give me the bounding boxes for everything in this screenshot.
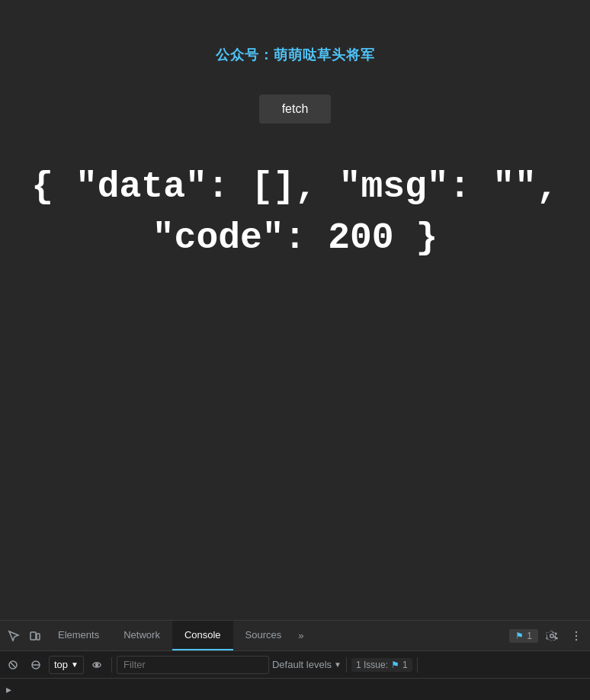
more-options-icon[interactable] <box>566 625 587 647</box>
json-line2: "code": 200 } <box>31 213 558 264</box>
tab-console[interactable]: Console <box>172 621 233 650</box>
console-bar: top ▼ Default levels ▼ 1 Issue: ⚑ 1 <box>0 651 590 679</box>
fetch-button[interactable]: fetch <box>259 95 332 124</box>
console-prompt[interactable]: ▸ <box>6 683 11 695</box>
more-tabs-icon: » <box>298 630 303 641</box>
toolbar-right: ⚑ 1 <box>509 625 587 647</box>
svg-line-6 <box>11 663 15 667</box>
issue-flag-icon: ⚑ <box>391 660 399 670</box>
svg-point-2 <box>576 631 577 632</box>
console-issue-count[interactable]: 1 Issue: ⚑ 1 <box>351 658 412 672</box>
svg-point-3 <box>576 634 577 636</box>
context-selector[interactable]: top ▼ <box>49 656 84 674</box>
console-content: ▸ <box>0 679 590 700</box>
json-output: { "data": [], "msg": "", "code": 200 } <box>16 162 573 264</box>
svg-point-10 <box>95 663 98 666</box>
badge-flag-icon: ⚑ <box>515 631 524 641</box>
context-label: top <box>54 659 68 670</box>
wechat-name: 萌萌哒草头将军 <box>274 47 375 63</box>
separator2 <box>346 657 347 673</box>
svg-point-4 <box>576 638 577 640</box>
device-toolbar-icon[interactable] <box>24 625 46 647</box>
default-levels-dropdown[interactable]: Default levels ▼ <box>272 659 341 670</box>
more-tabs-button[interactable]: » <box>293 621 308 650</box>
issue-text: 1 Issue: <box>356 660 388 670</box>
context-dropdown-icon: ▼ <box>71 660 79 669</box>
issue-badge-count: 1 <box>527 631 532 641</box>
devtools-toolbar: Elements Network Console Sources » ⚑ 1 <box>0 621 590 651</box>
wechat-label: 公众号：萌萌哒草头将军 <box>216 46 375 64</box>
default-levels-icon: ▼ <box>334 660 341 669</box>
issue-num: 1 <box>402 660 408 670</box>
tab-network[interactable]: Network <box>111 621 172 650</box>
eye-icon[interactable] <box>87 655 107 675</box>
settings-icon[interactable] <box>541 625 563 647</box>
svg-rect-0 <box>30 632 36 640</box>
issue-badge[interactable]: ⚑ 1 <box>509 629 538 643</box>
wechat-prefix: 公众号： <box>216 47 274 63</box>
devtools-tabs: Elements Network Console Sources » <box>46 621 509 650</box>
filter-input[interactable] <box>117 656 269 674</box>
clear-console-icon[interactable] <box>3 655 23 675</box>
svg-rect-1 <box>37 634 40 640</box>
default-levels-label: Default levels <box>272 659 332 670</box>
tab-elements[interactable]: Elements <box>46 621 111 650</box>
separator <box>111 657 112 673</box>
block-requests-icon[interactable] <box>26 655 46 675</box>
devtools-panel: Elements Network Console Sources » ⚑ 1 <box>0 620 590 700</box>
tab-sources[interactable]: Sources <box>233 621 294 650</box>
separator3 <box>417 657 418 673</box>
json-line1: { "data": [], "msg": "", <box>31 162 558 213</box>
inspect-element-icon[interactable] <box>3 625 24 647</box>
browser-content: 公众号：萌萌哒草头将军 fetch { "data": [], "msg": "… <box>0 0 590 620</box>
